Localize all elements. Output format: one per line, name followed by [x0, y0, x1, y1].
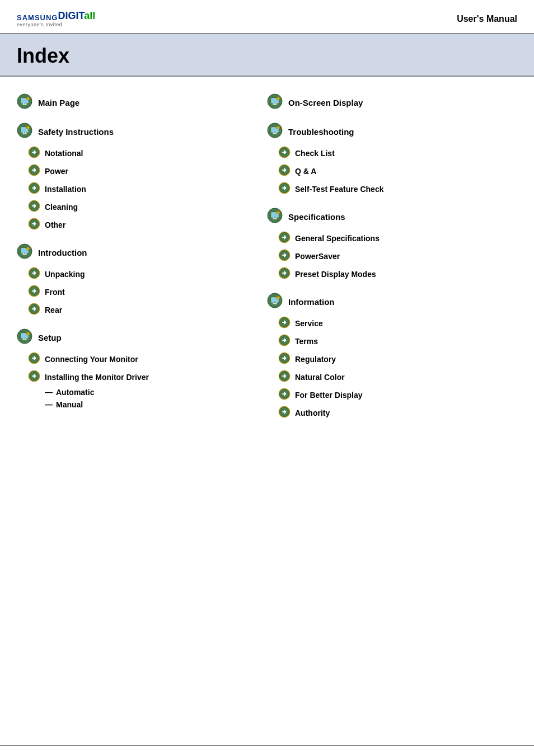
svg-point-79: [274, 217, 275, 218]
monitor-icon-on-screen-display: i: [267, 93, 283, 111]
sub-item-for-better-display[interactable]: For Better Display: [278, 388, 506, 402]
sub-item-preset-display[interactable]: Preset Display Modes: [278, 267, 506, 281]
section-header-introduction[interactable]: i Introduction: [17, 243, 239, 261]
arrow-icon-terms: [278, 334, 291, 349]
sub-item-powersaver[interactable]: PowerSaver: [278, 249, 506, 264]
sub-item-qanda[interactable]: Q & A: [278, 164, 506, 179]
svg-point-65: [274, 132, 275, 133]
section-specifications: i Specifications General Specifications …: [267, 208, 517, 281]
svg-text:i: i: [27, 126, 28, 129]
page-footer: [0, 745, 534, 756]
section-label-information: Information: [288, 297, 335, 307]
section-information: i Information Service Terms Regulatory N…: [267, 293, 517, 420]
sub-item-connecting-monitor[interactable]: Connecting Your Monitor: [28, 352, 239, 367]
sub-item-installing-driver[interactable]: Installing the Monitor Driver: [28, 370, 239, 384]
sub-items-information: Service Terms Regulatory Natural Color F…: [267, 316, 506, 420]
arrow-icon-self-test: [278, 182, 291, 196]
sub-label-unpacking: Unpacking: [45, 270, 85, 279]
sub-items-setup: Connecting Your Monitor Installing the M…: [17, 352, 239, 409]
arrow-icon-natural-color: [278, 370, 291, 384]
sub-items-troubleshooting: Check List Q & A Self-Test Feature Check: [267, 146, 506, 196]
section-header-safety-instructions[interactable]: i Safety Instructions: [17, 123, 239, 140]
column-1: i On-Screen Display i Troubleshooting Ch…: [267, 88, 517, 431]
sub-item-self-test[interactable]: Self-Test Feature Check: [278, 182, 506, 196]
index-title: Index: [17, 44, 517, 68]
sub-item-unpacking[interactable]: Unpacking: [28, 267, 239, 281]
section-main-page: i Main Page: [17, 93, 250, 111]
sub-items-introduction: Unpacking Front Rear: [17, 267, 239, 317]
monitor-icon-troubleshooting: i: [267, 123, 283, 140]
arrow-icon-installation: [28, 182, 40, 196]
svg-point-57: [274, 103, 275, 104]
svg-point-45: [24, 338, 25, 339]
sub-label-installation: Installation: [45, 185, 86, 194]
svg-text:i: i: [278, 212, 278, 214]
sub-item-general-specs[interactable]: General Specifications: [278, 231, 506, 246]
section-header-specifications[interactable]: i Specifications: [267, 208, 506, 226]
sub-item-notational[interactable]: Notational: [28, 146, 239, 161]
arrow-icon-other: [28, 218, 40, 232]
section-on-screen-display: i On-Screen Display: [267, 93, 517, 111]
sub-label-natural-color: Natural Color: [295, 373, 345, 382]
svg-text:i: i: [278, 126, 278, 129]
sub-item-installation[interactable]: Installation: [28, 182, 239, 196]
arrow-icon-check-list: [278, 146, 291, 161]
section-header-on-screen-display[interactable]: i On-Screen Display: [267, 93, 506, 111]
sub-item-check-list[interactable]: Check List: [278, 146, 506, 161]
monitor-icon-introduction: i: [17, 243, 32, 261]
arrow-icon-unpacking: [28, 267, 40, 281]
section-header-main-page[interactable]: i Main Page: [17, 93, 239, 111]
arrow-icon-general-specs: [278, 231, 291, 246]
svg-text:i: i: [278, 97, 278, 100]
section-label-setup: Setup: [38, 333, 62, 342]
sub-item-cleaning[interactable]: Cleaning: [28, 200, 239, 214]
arrow-icon-connecting-monitor: [28, 352, 40, 367]
sub-label-self-test: Self-Test Feature Check: [295, 185, 383, 194]
sub-item-rear[interactable]: Rear: [28, 303, 239, 317]
section-label-specifications: Specifications: [288, 212, 345, 222]
svg-text:i: i: [27, 332, 28, 335]
section-header-information[interactable]: i Information: [267, 293, 506, 311]
svg-rect-4: [22, 105, 27, 105]
sub-label-for-better-display: For Better Display: [295, 391, 363, 400]
manual-title: User's Manual: [457, 14, 517, 24]
sub-item-service[interactable]: Service: [278, 316, 506, 331]
section-header-setup[interactable]: i Setup: [17, 328, 239, 346]
sub-item-natural-color[interactable]: Natural Color: [278, 370, 506, 384]
arrow-icon-notational: [28, 146, 40, 161]
dash-item-manual[interactable]: —Manual: [28, 400, 239, 409]
arrow-icon-power: [28, 164, 40, 179]
svg-point-5: [24, 103, 25, 104]
monitor-icon-safety-instructions: i: [17, 123, 32, 140]
monitor-icon-information: i: [267, 293, 283, 311]
dash-label-manual: —Manual: [45, 400, 83, 409]
section-label-troubleshooting: Troubleshooting: [288, 127, 354, 137]
arrow-icon-preset-display: [278, 267, 291, 281]
sub-label-installing-driver: Installing the Monitor Driver: [45, 373, 149, 382]
sub-label-power: Power: [45, 167, 68, 176]
arrow-icon-cleaning: [28, 200, 40, 214]
svg-rect-56: [273, 105, 277, 105]
svg-text:i: i: [27, 97, 28, 100]
section-setup: i Setup Connecting Your Monitor Installi…: [17, 328, 250, 409]
sub-label-terms: Terms: [295, 337, 318, 346]
svg-rect-78: [273, 219, 277, 219]
sub-item-other[interactable]: Other: [28, 218, 239, 232]
section-header-troubleshooting[interactable]: i Troubleshooting: [267, 123, 506, 140]
sub-item-terms[interactable]: Terms: [278, 334, 506, 349]
sub-items-safety-instructions: Notational Power Installation Cleaning O…: [17, 146, 239, 232]
index-banner: Index: [0, 34, 534, 77]
arrow-icon-rear: [28, 303, 40, 317]
page-header: SAMSUNG DIGITall everyone's Invited User…: [0, 0, 534, 34]
sub-item-regulatory[interactable]: Regulatory: [278, 352, 506, 367]
dash-item-automatic[interactable]: —Automatic: [28, 388, 239, 397]
sub-label-rear: Rear: [45, 306, 62, 314]
sub-label-qanda: Q & A: [295, 167, 316, 176]
logo: SAMSUNG DIGITall everyone's Invited: [17, 10, 95, 27]
sub-item-front[interactable]: Front: [28, 285, 239, 299]
arrow-icon-front: [28, 285, 40, 299]
sub-item-power[interactable]: Power: [28, 164, 239, 179]
sub-item-authority[interactable]: Authority: [278, 406, 506, 420]
monitor-icon-setup: i: [17, 328, 32, 346]
arrow-icon-regulatory: [278, 352, 291, 367]
